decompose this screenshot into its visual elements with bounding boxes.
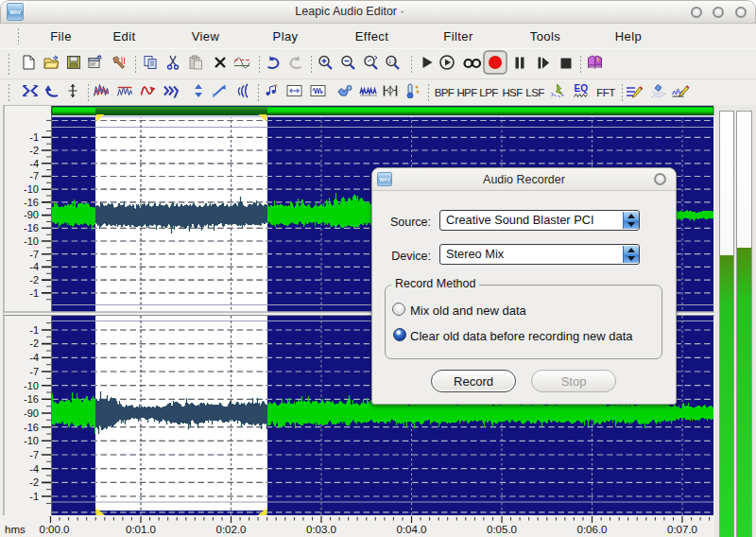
svg-text:-10: -10 [24,183,39,195]
svg-text:0:07.0: 0:07.0 [667,524,697,535]
svg-text:-16: -16 [24,197,39,208]
svg-text:-4: -4 [29,352,39,363]
svg-text:-2: -2 [29,145,39,156]
svg-text:-1: -1 [29,287,39,299]
svg-text:0:06.0: 0:06.0 [577,524,608,535]
svg-text:-16: -16 [24,393,39,405]
svg-text:-7: -7 [29,449,39,460]
svg-text:0:04.0: 0:04.0 [397,524,427,535]
svg-text:hms: hms [5,524,26,535]
svg-text:-2: -2 [29,338,39,349]
svg-text:-16: -16 [24,222,39,234]
svg-text:-2: -2 [29,274,39,286]
svg-text:-4: -4 [29,158,39,169]
svg-text:0:00.0: 0:00.0 [40,524,70,535]
svg-text:-10: -10 [24,235,39,247]
svg-text:0:03.0: 0:03.0 [306,524,336,535]
svg-text:0:05.0: 0:05.0 [487,524,517,535]
svg-text:-1: -1 [29,324,39,336]
svg-text:-4: -4 [29,463,39,475]
svg-text:-7: -7 [29,170,39,182]
svg-text:-16: -16 [24,422,39,433]
svg-text:1:1: 1:1 [388,59,397,64]
svg-text:-90: -90 [24,407,39,419]
svg-text:EQ: EQ [575,83,589,94]
svg-text:-10: -10 [24,435,39,446]
svg-text:-10: -10 [24,380,39,391]
svg-text:0:01.0: 0:01.0 [126,524,156,535]
svg-text:-1: -1 [29,131,39,143]
svg-text:-90: -90 [24,209,39,220]
svg-text:-2: -2 [29,476,39,488]
svg-text:0:02.0: 0:02.0 [216,524,247,535]
svg-text:-1: -1 [29,491,39,502]
svg-text:-7: -7 [29,366,39,377]
svg-text:-4: -4 [29,261,39,272]
svg-text:-7: -7 [29,249,39,260]
